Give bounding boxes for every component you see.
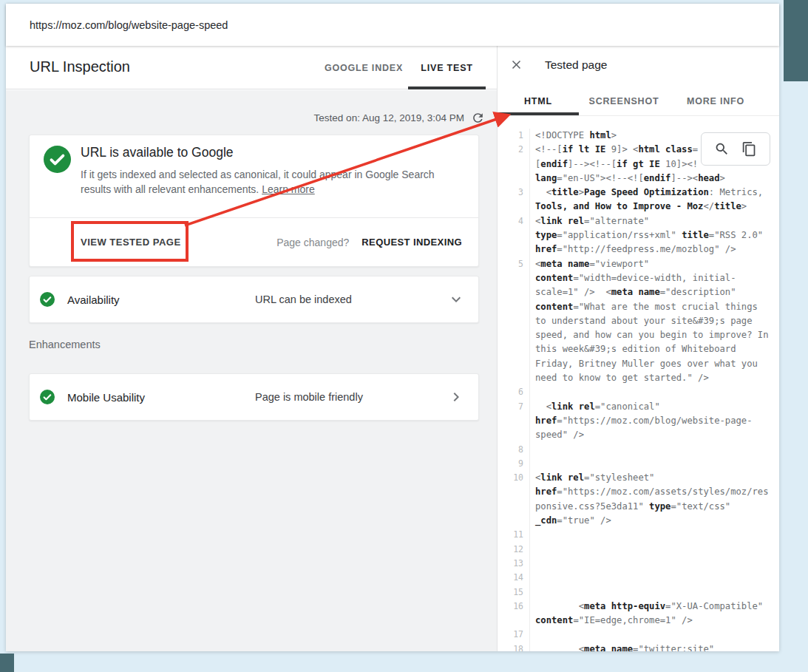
- learn-more-link[interactable]: Learn more: [262, 183, 315, 195]
- code-text: scale=1" /> <meta name="description": [530, 285, 736, 299]
- chevron-right-icon[interactable]: [447, 388, 465, 406]
- availability-value: URL can be indexed: [255, 293, 352, 305]
- refresh-icon[interactable]: [471, 111, 485, 125]
- line-number: 10: [498, 471, 530, 485]
- tested-page-panel: Tested page HTMLSCREENSHOTMORE INFO 1<!D…: [497, 46, 779, 651]
- tab-screenshot[interactable]: SCREENSHOT: [579, 86, 669, 115]
- line-number: [498, 485, 530, 499]
- inspection-body: Tested on: Aug 12, 2019, 3:04 PM URL is …: [6, 90, 497, 651]
- code-text: href="https://moz.com/assets/styles/moz/…: [530, 485, 769, 499]
- line-number: [498, 271, 530, 285]
- request-indexing-button[interactable]: REQUEST INDEXING: [361, 237, 462, 248]
- code-row: href="https://moz.com/assets/styles/moz/…: [498, 485, 779, 499]
- tab-html[interactable]: HTML: [498, 86, 579, 115]
- line-number: 11: [498, 528, 530, 542]
- copy-icon[interactable]: [741, 141, 757, 157]
- code-text: <meta name="twitter:site": [530, 642, 714, 651]
- result-description-line1: If it gets indexed and selected as canon…: [81, 169, 435, 180]
- code-rows: 1<!DOCTYPE html>2<!--[if lt IE 9]> <html…: [498, 129, 779, 651]
- code-row: 9: [498, 457, 779, 471]
- line-number: 13: [498, 557, 530, 571]
- tab-label: SCREENSHOT: [589, 96, 659, 106]
- page-canvas: https://moz.com/blog/website-page-speed …: [0, 0, 808, 672]
- line-number: [498, 514, 530, 528]
- code-text: need to know to get started." />: [530, 371, 709, 385]
- line-number: [498, 342, 530, 356]
- chevron-down-icon[interactable]: [447, 291, 465, 308]
- code-row: content="IE=edge,chrome=1" />: [498, 614, 779, 628]
- code-row: 7 <link rel="canonical": [498, 400, 779, 414]
- line-number: 12: [498, 543, 530, 557]
- line-number: [498, 200, 530, 214]
- code-row: this week&#39;s edition of Whiteboard: [498, 342, 779, 356]
- result-title: URL is available to Google: [81, 145, 234, 160]
- inspection-header: URL Inspection GOOGLE INDEXLIVE TEST: [6, 46, 497, 89]
- mobile-usability-label: Mobile Usability: [67, 391, 145, 404]
- url-bar[interactable]: https://moz.com/blog/website-page-speed: [6, 4, 779, 46]
- code-text: <link rel="alternate": [530, 214, 649, 228]
- code-text: to understand about your site&#39;s page: [530, 314, 753, 328]
- line-number: 18: [498, 642, 530, 651]
- code-text: [530, 557, 535, 571]
- code-text: <meta http-equiv="X-UA-Compatible": [530, 600, 763, 614]
- tab-more-info[interactable]: MORE INFO: [669, 86, 762, 115]
- page-title: URL Inspection: [30, 58, 130, 75]
- code-row: _cdn="true" />: [498, 514, 779, 528]
- code-text: ponsive.css?5e3da11" type="text/css": [530, 500, 730, 514]
- tab-label: MORE INFO: [687, 96, 744, 106]
- code-row: 10<link rel="stylesheet": [498, 471, 779, 485]
- line-number: 4: [498, 214, 530, 228]
- code-text: <!--[if lt IE 9]> <html class=: [530, 143, 698, 157]
- tab-google-index[interactable]: GOOGLE INDEX: [319, 46, 408, 89]
- tested-page-tabs: HTMLSCREENSHOTMORE INFO: [498, 86, 779, 116]
- code-row: 16 <meta http-equiv="X-UA-Compatible": [498, 600, 779, 614]
- line-number: [498, 285, 530, 299]
- code-row: content="width=device-width, initial-: [498, 271, 779, 285]
- availability-card[interactable]: Availability URL can be indexed: [29, 276, 479, 323]
- code-row: href="https://moz.com/blog/website-page-: [498, 414, 779, 428]
- code-text: [530, 457, 535, 471]
- code-text: content="IE=edge,chrome=1" />: [530, 614, 693, 628]
- code-text: [530, 443, 535, 457]
- code-text: content="What are the most crucial thing…: [530, 300, 758, 314]
- code-text: <!DOCTYPE html>: [530, 129, 617, 143]
- code-row: 4<link rel="alternate": [498, 214, 779, 228]
- tab-label: GOOGLE INDEX: [325, 63, 403, 73]
- code-row: 15: [498, 586, 779, 600]
- tested-on-row: Tested on: Aug 12, 2019, 3:04 PM: [314, 109, 485, 126]
- code-row: 5<meta name="viewport": [498, 257, 779, 271]
- inspection-tabs: GOOGLE INDEXLIVE TEST: [319, 46, 486, 89]
- line-number: 15: [498, 586, 530, 600]
- success-check-icon: [44, 146, 71, 173]
- line-number: [498, 414, 530, 428]
- result-description-line2: results with all relevant enhancements.: [81, 183, 262, 195]
- code-row: href="http://feedpress.me/mozblog" />: [498, 242, 779, 257]
- search-icon[interactable]: [714, 141, 730, 157]
- tab-live-test[interactable]: LIVE TEST: [408, 46, 486, 89]
- view-tested-page-button[interactable]: VIEW TESTED PAGE: [81, 237, 181, 248]
- code-row: 12: [498, 543, 779, 557]
- code-text: [530, 628, 535, 642]
- close-icon[interactable]: [509, 58, 523, 72]
- code-row: 14: [498, 571, 779, 585]
- code-row: lang="en-US"><!--<![endif]--><head>: [498, 172, 779, 186]
- code-row: ponsive.css?5e3da11" type="text/css": [498, 500, 779, 514]
- code-text: lang="en-US"><!--<![endif]--><head>: [530, 172, 725, 186]
- code-text: _cdn="true" />: [530, 514, 611, 528]
- decor-top-right: [784, 0, 808, 81]
- code-row: type="application/rss+xml" title="RSS 2.…: [498, 228, 779, 242]
- code-text: speed" />: [530, 428, 584, 442]
- html-code-view[interactable]: 1<!DOCTYPE html>2<!--[if lt IE 9]> <html…: [498, 129, 779, 651]
- line-number: [498, 157, 530, 172]
- code-row: 17: [498, 628, 779, 642]
- page-changed-label: Page changed?: [276, 237, 349, 248]
- line-number: [498, 300, 530, 314]
- mobile-usability-card[interactable]: Mobile Usability Page is mobile friendly: [29, 373, 479, 421]
- code-row: 3 <title>Page Speed Optimization: Metric…: [498, 186, 779, 200]
- mobile-usability-value: Page is mobile friendly: [255, 391, 363, 403]
- code-text: this week&#39;s edition of Whiteboard: [530, 342, 736, 356]
- code-row: to understand about your site&#39;s page: [498, 314, 779, 328]
- line-number: [498, 172, 530, 186]
- code-text: <link rel="stylesheet": [530, 471, 654, 485]
- line-number: [498, 242, 530, 257]
